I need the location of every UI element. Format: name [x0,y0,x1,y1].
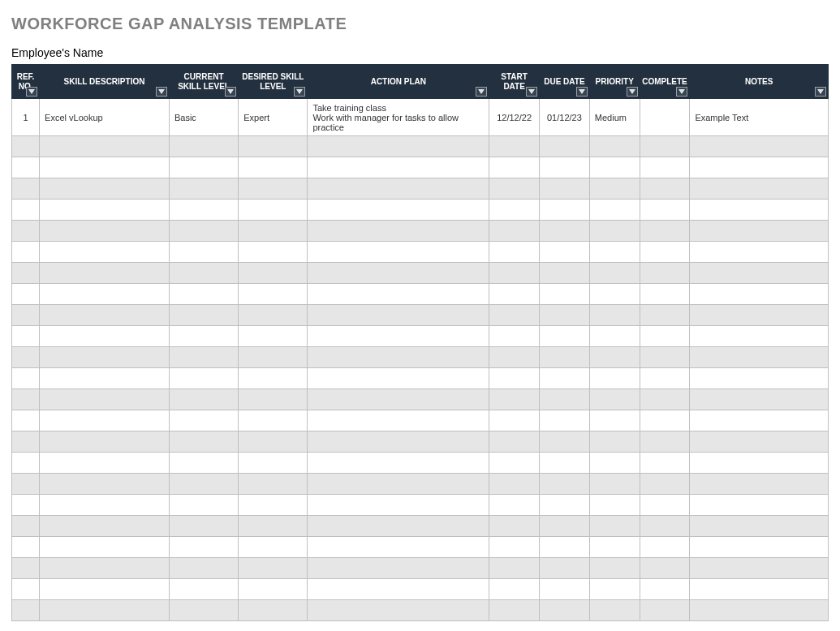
cell-due[interactable]: 01/12/23 [540,99,590,136]
cell-due[interactable] [540,579,590,600]
cell-current[interactable] [169,368,238,389]
cell-current[interactable] [169,157,238,178]
cell-desired[interactable] [239,242,308,263]
cell-desired[interactable] [239,263,308,284]
cell-priority[interactable] [589,410,640,431]
cell-notes[interactable] [690,347,829,368]
cell-notes[interactable] [690,326,829,347]
cell-skill[interactable] [40,410,170,431]
cell-current[interactable] [169,284,238,305]
cell-desired[interactable] [239,221,308,242]
cell-due[interactable] [540,221,590,242]
cell-due[interactable] [540,389,590,410]
cell-notes[interactable] [690,368,829,389]
cell-ref[interactable] [12,178,40,200]
filter-dropdown-icon[interactable] [476,87,487,97]
cell-start[interactable] [489,221,540,242]
cell-start[interactable] [489,347,540,368]
cell-desired[interactable] [239,200,308,221]
cell-due[interactable] [540,284,590,305]
cell-priority[interactable] [589,453,640,474]
cell-desired[interactable]: Expert [239,99,308,136]
cell-priority[interactable]: Medium [589,99,640,136]
cell-notes[interactable] [690,389,829,410]
cell-due[interactable] [540,178,590,200]
cell-ref[interactable] [12,305,40,326]
cell-skill[interactable] [40,242,170,263]
cell-priority[interactable] [589,516,640,537]
cell-action[interactable] [308,305,489,326]
cell-desired[interactable] [239,368,308,389]
cell-skill[interactable] [40,326,170,347]
cell-ref[interactable] [12,558,40,579]
cell-due[interactable] [540,495,590,516]
cell-desired[interactable] [239,326,308,347]
cell-ref[interactable] [12,579,40,600]
cell-due[interactable] [540,136,590,157]
cell-complete[interactable] [640,495,690,516]
cell-notes[interactable] [690,600,829,621]
cell-desired[interactable] [239,284,308,305]
cell-notes[interactable] [690,200,829,221]
cell-priority[interactable] [589,221,640,242]
cell-complete[interactable] [640,453,690,474]
cell-current[interactable] [169,600,238,621]
cell-complete[interactable] [640,368,690,389]
cell-priority[interactable] [589,474,640,495]
cell-desired[interactable] [239,600,308,621]
cell-action[interactable] [308,368,489,389]
filter-dropdown-icon[interactable] [526,87,537,97]
cell-ref[interactable] [12,326,40,347]
cell-action[interactable] [308,579,489,600]
cell-due[interactable] [540,453,590,474]
cell-start[interactable] [489,263,540,284]
cell-desired[interactable] [239,431,308,453]
cell-complete[interactable] [640,305,690,326]
cell-action[interactable] [308,200,489,221]
cell-current[interactable] [169,221,238,242]
cell-complete[interactable] [640,474,690,495]
cell-priority[interactable] [589,600,640,621]
cell-complete[interactable] [640,431,690,453]
cell-current[interactable] [169,263,238,284]
cell-ref[interactable]: 1 [12,99,40,136]
cell-action[interactable] [308,178,489,200]
cell-due[interactable] [540,305,590,326]
cell-current[interactable] [169,495,238,516]
cell-current[interactable]: Basic [169,99,238,136]
cell-ref[interactable] [12,347,40,368]
cell-complete[interactable] [640,558,690,579]
cell-start[interactable] [489,537,540,558]
cell-action[interactable] [308,157,489,178]
cell-complete[interactable] [640,263,690,284]
cell-complete[interactable] [640,326,690,347]
cell-notes[interactable] [690,474,829,495]
cell-ref[interactable] [12,431,40,453]
cell-skill[interactable] [40,200,170,221]
cell-due[interactable] [540,347,590,368]
cell-action[interactable] [308,136,489,157]
cell-priority[interactable] [589,157,640,178]
cell-skill[interactable] [40,157,170,178]
cell-notes[interactable]: Example Text [690,99,829,136]
cell-skill[interactable] [40,537,170,558]
cell-priority[interactable] [589,242,640,263]
cell-desired[interactable] [239,136,308,157]
cell-current[interactable] [169,389,238,410]
cell-skill[interactable] [40,431,170,453]
filter-dropdown-icon[interactable] [26,87,37,97]
cell-ref[interactable] [12,242,40,263]
cell-complete[interactable] [640,157,690,178]
cell-start[interactable]: 12/12/22 [489,99,540,136]
cell-ref[interactable] [12,495,40,516]
cell-current[interactable] [169,431,238,453]
cell-complete[interactable] [640,600,690,621]
cell-complete[interactable] [640,136,690,157]
cell-start[interactable] [489,431,540,453]
cell-ref[interactable] [12,263,40,284]
cell-notes[interactable] [690,242,829,263]
cell-due[interactable] [540,516,590,537]
cell-notes[interactable] [690,431,829,453]
cell-complete[interactable] [640,284,690,305]
cell-skill[interactable] [40,221,170,242]
